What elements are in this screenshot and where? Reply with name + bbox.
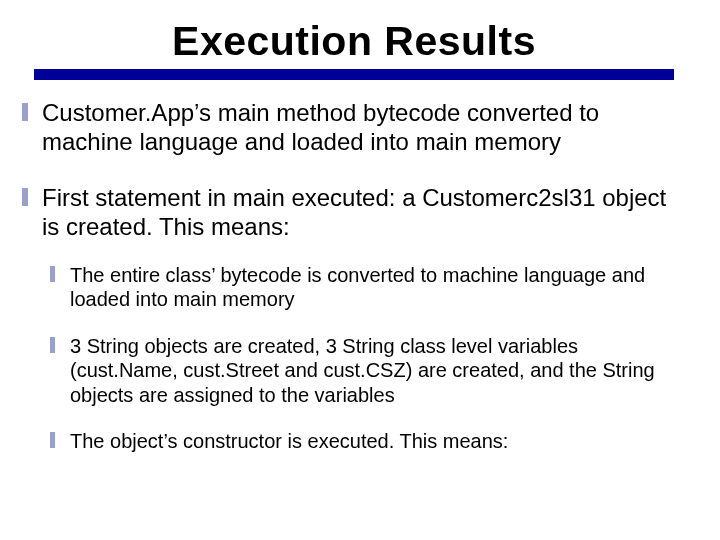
bullet-text: Customer.App’s main method bytecode conv… bbox=[42, 99, 599, 155]
bullet-list: Customer.App’s main method bytecode conv… bbox=[16, 98, 692, 453]
page-title: Execution Results bbox=[16, 18, 692, 65]
bullet-item: Customer.App’s main method bytecode conv… bbox=[18, 98, 686, 157]
title-underline bbox=[34, 69, 674, 80]
slide: Execution Results Customer.App’s main me… bbox=[0, 0, 720, 540]
sub-bullet-text: The entire class’ bytecode is converted … bbox=[70, 264, 645, 310]
bullet-item: First statement in main executed: a Cust… bbox=[18, 183, 686, 454]
sub-bullet-item: The entire class’ bytecode is converted … bbox=[48, 263, 686, 312]
sub-bullet-text: The object’s constructor is executed. Th… bbox=[70, 430, 508, 452]
sub-bullet-item: The object’s constructor is executed. Th… bbox=[48, 429, 686, 453]
sub-bullet-item: 3 String objects are created, 3 String c… bbox=[48, 334, 686, 407]
sub-bullet-text: 3 String objects are created, 3 String c… bbox=[70, 335, 655, 406]
sub-bullet-list: The entire class’ bytecode is converted … bbox=[48, 263, 686, 453]
bullet-text: First statement in main executed: a Cust… bbox=[42, 184, 666, 240]
